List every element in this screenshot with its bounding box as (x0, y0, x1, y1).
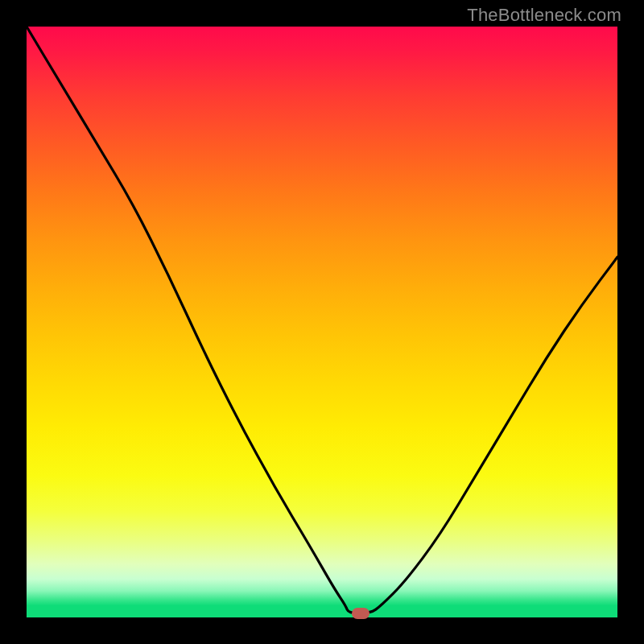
bottleneck-curve (27, 27, 617, 617)
chart-frame: TheBottleneck.com (0, 0, 644, 644)
plot-area (27, 27, 617, 617)
optimum-marker (352, 608, 369, 619)
watermark-text: TheBottleneck.com (467, 5, 621, 26)
